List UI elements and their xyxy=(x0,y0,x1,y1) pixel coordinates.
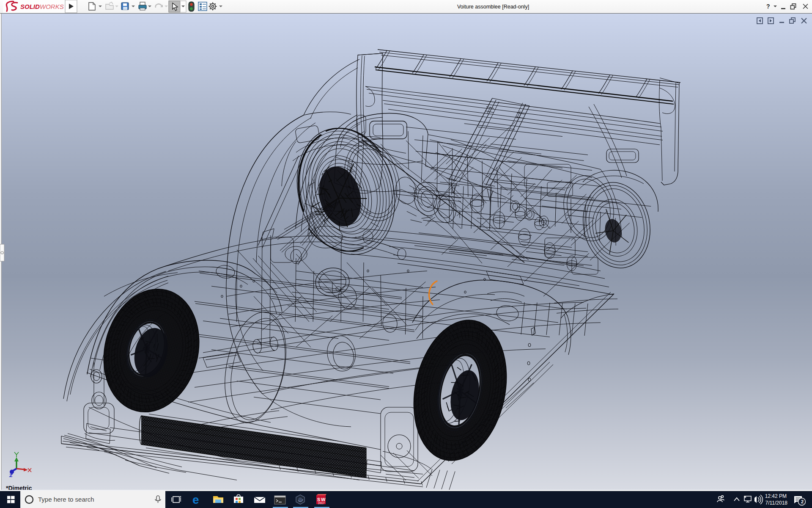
svg-text:2017: 2017 xyxy=(318,502,325,505)
svg-text:12:42 PM: 12:42 PM xyxy=(765,493,787,499)
svg-text:WORKS: WORKS xyxy=(40,3,64,10)
svg-text:Voiture assomblee [Read-only]: Voiture assomblee [Read-only] xyxy=(457,4,529,10)
svg-text:2: 2 xyxy=(801,499,804,504)
svg-text:?: ? xyxy=(766,3,770,10)
svg-text:SOLID: SOLID xyxy=(20,3,40,10)
svg-text:7/11/2018: 7/11/2018 xyxy=(765,500,788,506)
svg-text:e: e xyxy=(192,493,199,506)
